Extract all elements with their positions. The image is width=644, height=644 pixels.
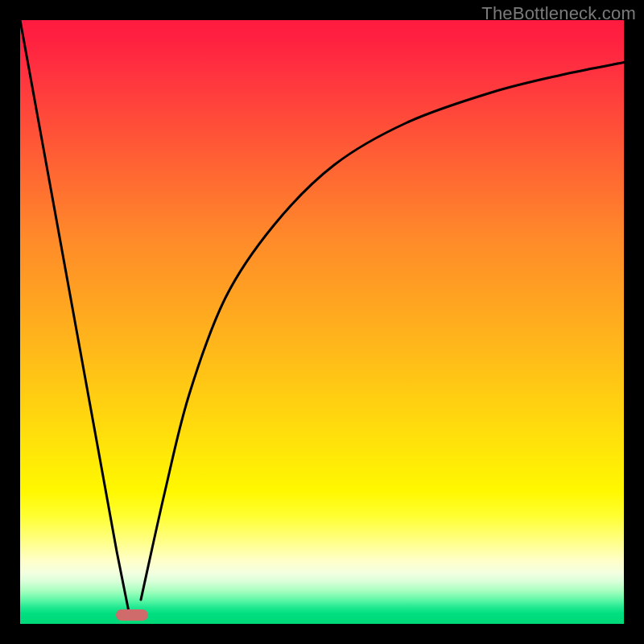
curve-layer [20,20,624,624]
right-branch-line [141,63,624,601]
watermark-text: TheBottleneck.com [481,3,636,24]
chart-frame: TheBottleneck.com [0,0,644,644]
plot-area [20,20,624,624]
left-branch-line [20,20,129,612]
optimal-match-marker [116,609,148,621]
